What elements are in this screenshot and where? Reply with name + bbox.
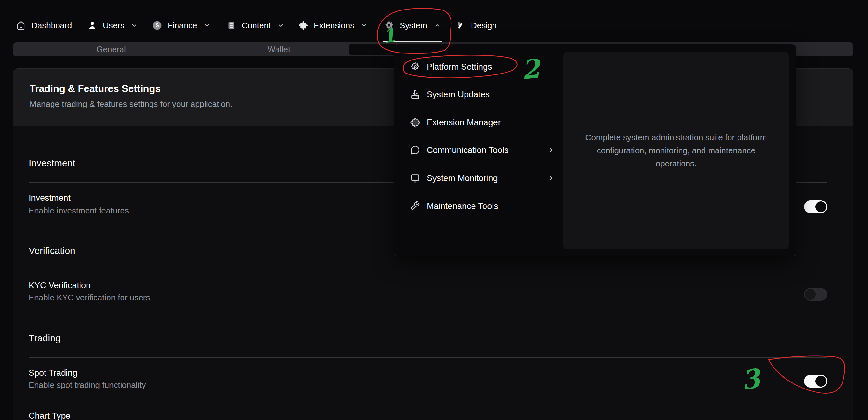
tab-general[interactable]: General (27, 42, 195, 56)
gear-icon (384, 20, 395, 31)
speech-bubble-icon (410, 145, 421, 156)
menu-description-panel: Complete system administration suite for… (563, 52, 789, 249)
svg-text:$: $ (156, 22, 159, 29)
download-icon (410, 89, 421, 100)
section-divider (29, 357, 827, 358)
setting-desc-investment: Enable investment features (29, 206, 129, 216)
gear-icon (410, 61, 421, 72)
menu-description-line: configuration, monitoring, and maintenan… (597, 144, 756, 157)
nav-label: Content (242, 21, 271, 31)
chevron-down-icon (277, 22, 284, 29)
menu-item-label: Extension Manager (427, 118, 501, 128)
chevron-right-icon (547, 146, 555, 154)
menu-item-communication-tools[interactable]: Communication Tools (398, 140, 557, 161)
setting-desc-spot-trading: Enable spot trading functionality (29, 380, 146, 390)
tab-wallet[interactable]: Wallet (195, 42, 363, 56)
setting-label-spot-trading: Spot Trading (29, 368, 77, 378)
chevron-down-icon (131, 22, 138, 29)
menu-item-extension-manager[interactable]: Extension Manager (398, 112, 557, 133)
top-divider (0, 8, 868, 8)
nav-item-design[interactable]: Design (455, 18, 497, 33)
chevron-down-icon (204, 22, 211, 29)
wrench-icon (410, 201, 421, 212)
nav-label: Finance (168, 21, 197, 31)
system-dropdown-menu: Platform Settings System Updates Extensi… (394, 44, 797, 257)
menu-description-line: Complete system administration suite for… (585, 131, 767, 144)
design-icon (455, 20, 466, 31)
setting-label-investment: Investment (29, 193, 71, 203)
menu-item-label: System Updates (427, 90, 490, 99)
spot-trading-toggle[interactable] (804, 375, 827, 388)
menu-description-line: operations. (656, 157, 697, 170)
section-heading-investment: Investment (29, 158, 75, 169)
monitor-icon (410, 173, 421, 184)
section-divider (29, 270, 827, 270)
puzzle-icon (298, 20, 309, 31)
nav-item-users[interactable]: Users (87, 18, 138, 33)
dollar-circle-icon: $ (152, 20, 163, 31)
menu-item-maintenance-tools[interactable]: Maintenance Tools (398, 196, 557, 217)
nav-label: Users (103, 21, 124, 31)
menu-item-label: Maintenance Tools (427, 202, 498, 211)
chevron-right-icon (547, 174, 555, 182)
menu-item-system-monitoring[interactable]: System Monitoring (398, 168, 557, 189)
nav-item-extensions[interactable]: Extensions (298, 18, 368, 33)
setting-label-chart-type: Chart Type (29, 411, 71, 420)
nav-item-system[interactable]: System (384, 18, 441, 33)
nav-item-finance[interactable]: $ Finance (152, 18, 211, 33)
menu-item-platform-settings[interactable]: Platform Settings (398, 56, 557, 77)
menu-item-system-updates[interactable]: System Updates (398, 84, 557, 105)
menu-item-label: Platform Settings (427, 62, 492, 72)
nav-label: Dashboard (31, 21, 72, 31)
menu-item-label: System Monitoring (427, 173, 498, 183)
nav-item-content[interactable]: Content (226, 18, 284, 33)
nav-label: System (400, 21, 427, 31)
setting-label-kyc: KYC Verification (29, 280, 91, 291)
section-heading-verification: Verification (29, 245, 75, 256)
home-icon (16, 20, 26, 31)
nav-label: Extensions (314, 21, 354, 31)
kyc-verification-toggle[interactable] (804, 288, 827, 301)
section-heading-trading: Trading (29, 333, 61, 343)
puzzle-icon (410, 117, 421, 128)
nav-label: Design (471, 21, 497, 31)
nav-item-dashboard[interactable]: Dashboard (16, 18, 72, 33)
investment-toggle[interactable] (804, 201, 827, 213)
users-icon (87, 20, 98, 31)
setting-desc-kyc: Enable KYC verification for users (29, 292, 150, 303)
document-icon (226, 20, 237, 31)
chevron-up-icon (434, 22, 441, 29)
menu-item-label: Communication Tools (427, 145, 509, 155)
chevron-down-icon (361, 22, 368, 29)
